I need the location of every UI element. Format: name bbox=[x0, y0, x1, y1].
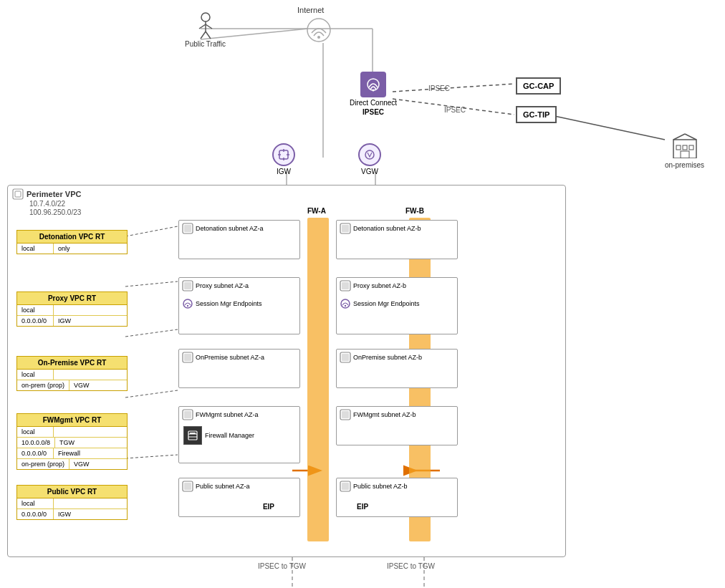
ipsec-label-2: IPSEC bbox=[444, 106, 466, 114]
svg-rect-42 bbox=[13, 189, 23, 199]
rt-fwmgmt-target-0 bbox=[53, 427, 82, 437]
public-traffic-icon: Public Traffic bbox=[185, 11, 226, 48]
subnet-proxy-a: Proxy subnet AZ-a Session Mgr Endpoints bbox=[178, 277, 300, 334]
svg-line-22 bbox=[206, 24, 212, 29]
svg-line-24 bbox=[206, 32, 211, 39]
rt-proxy-dest-0: local bbox=[17, 305, 53, 315]
vgw-icon: VGW bbox=[358, 143, 381, 175]
rt-public-target-0 bbox=[53, 498, 82, 509]
rt-detonation: Detonation VPC RT local only bbox=[16, 230, 128, 254]
svg-point-19 bbox=[201, 13, 210, 21]
rt-proxy-header: Proxy VPC RT bbox=[17, 292, 127, 305]
fwmgmt-b-label: FWMgmt subnet AZ-b bbox=[353, 411, 416, 418]
svg-point-49 bbox=[187, 305, 188, 307]
igw-label: IGW bbox=[272, 168, 295, 175]
detonation-a-label: Detonation subnet AZ-a bbox=[196, 225, 264, 232]
svg-line-23 bbox=[201, 32, 206, 39]
fw-b-label: FW-B bbox=[405, 207, 424, 215]
rt-fwmgmt-target-3: VGW bbox=[69, 459, 97, 469]
svg-line-5 bbox=[554, 116, 665, 140]
svg-rect-69 bbox=[342, 411, 349, 418]
onpremise-a-label: OnPremise subnet AZ-a bbox=[196, 354, 264, 361]
vpc-cidr1: 10.7.4.0/22 bbox=[29, 200, 65, 208]
subnet-detonation-b: Detonation subnet AZ-b bbox=[336, 220, 458, 259]
public-traffic-label: Public Traffic bbox=[185, 40, 226, 48]
svg-point-28 bbox=[373, 90, 375, 92]
gc-cap-box: GC-CAP bbox=[516, 77, 561, 95]
rt-detonation-dest-0: local bbox=[17, 244, 53, 254]
fw-column-a bbox=[307, 218, 329, 541]
internet-label: Internet bbox=[297, 6, 324, 14]
rt-onpremise-dest-0: local bbox=[17, 370, 53, 380]
rt-public: Public VPC RT local 0.0.0.0/0 IGW bbox=[16, 485, 128, 520]
svg-rect-53 bbox=[184, 411, 191, 418]
svg-rect-32 bbox=[676, 145, 681, 150]
detonation-b-label: Detonation subnet AZ-b bbox=[353, 225, 421, 232]
rt-fwmgmt-target-1: TGW bbox=[54, 438, 83, 448]
direct-connect-label: Direct Connect bbox=[350, 99, 397, 107]
eip-a-label: EIP bbox=[263, 503, 274, 511]
svg-rect-71 bbox=[342, 483, 349, 490]
rt-detonation-header: Detonation VPC RT bbox=[17, 231, 127, 244]
svg-rect-35 bbox=[681, 151, 689, 158]
subnet-fwmgmt-b: FWMgmt subnet AZ-b bbox=[336, 406, 458, 445]
svg-rect-34 bbox=[689, 145, 693, 150]
on-premises-label: on-premises bbox=[665, 161, 704, 169]
rt-onpremise-dest-1: on-prem (prop) bbox=[17, 380, 69, 390]
igw-icon: IGW bbox=[272, 143, 295, 175]
rt-onpremise-header: On-Premise VPC RT bbox=[17, 357, 127, 370]
public-a-label: Public subnet AZ-a bbox=[196, 483, 250, 490]
proxy-b-label: Proxy subnet AZ-b bbox=[353, 282, 406, 289]
fw-a-label: FW-A bbox=[307, 207, 326, 215]
svg-line-3 bbox=[393, 84, 514, 92]
vpc-cidr2: 100.96.250.0/23 bbox=[29, 208, 81, 216]
svg-rect-33 bbox=[683, 145, 687, 150]
subnet-detonation-a: Detonation subnet AZ-a bbox=[178, 220, 300, 259]
rt-detonation-target-0: only bbox=[53, 244, 82, 254]
rt-onpremise-target-1: VGW bbox=[69, 380, 97, 390]
session-mgr-a-label: Session Mgr Endpoints bbox=[196, 300, 262, 307]
ipsec-label-1: IPSEC bbox=[428, 85, 450, 92]
vgw-label: VGW bbox=[358, 168, 381, 175]
session-mgr-b-label: Session Mgr Endpoints bbox=[353, 300, 420, 307]
svg-line-31 bbox=[685, 134, 696, 140]
public-b-label: Public subnet AZ-b bbox=[353, 483, 408, 490]
rt-onpremise: On-Premise VPC RT local on-prem (prop) V… bbox=[16, 356, 128, 391]
rt-onpremise-target-0 bbox=[53, 370, 82, 380]
diagram-container: Public Traffic Internet Direct Connect I… bbox=[0, 0, 725, 588]
subnet-onpremise-a: OnPremise subnet AZ-a bbox=[178, 349, 300, 388]
rt-fwmgmt-dest-3: on-prem (prop) bbox=[17, 459, 69, 469]
rt-public-header: Public VPC RT bbox=[17, 486, 127, 498]
on-premises-icon: on-premises bbox=[665, 132, 704, 169]
rt-fwmgmt-dest-2: 0.0.0.0/0 bbox=[17, 448, 53, 458]
svg-point-65 bbox=[345, 305, 346, 307]
subnet-proxy-b: Proxy subnet AZ-b Session Mgr Endpoints bbox=[336, 277, 458, 334]
internet-icon bbox=[306, 17, 332, 44]
rt-proxy-dest-1: 0.0.0.0/0 bbox=[17, 316, 53, 326]
eip-b-label: EIP bbox=[357, 503, 368, 511]
svg-rect-47 bbox=[184, 282, 191, 289]
rt-fwmgmt-target-2: Firewall bbox=[53, 448, 85, 458]
gc-tip-box: GC-TIP bbox=[516, 106, 557, 123]
svg-rect-59 bbox=[184, 483, 191, 490]
rt-proxy: Proxy VPC RT local 0.0.0.0/0 IGW bbox=[16, 291, 128, 327]
svg-rect-51 bbox=[184, 354, 191, 361]
svg-rect-43 bbox=[15, 191, 21, 197]
rt-fwmgmt-dest-1: 10.0.0.0/8 bbox=[17, 438, 54, 448]
svg-point-64 bbox=[341, 299, 350, 308]
firewall-manager-label: Firewall Manager bbox=[205, 432, 254, 440]
svg-point-26 bbox=[317, 36, 320, 39]
svg-rect-67 bbox=[342, 354, 349, 361]
subnet-fwmgmt-a: FWMgmt subnet AZ-a Firewall Manager bbox=[178, 406, 300, 463]
vpc-name: Perimeter VPC bbox=[27, 190, 81, 198]
svg-line-21 bbox=[199, 24, 206, 29]
direct-connect-icon: Direct Connect IPSEC bbox=[350, 72, 397, 116]
rt-public-dest-1: 0.0.0.0/0 bbox=[17, 509, 53, 519]
svg-rect-45 bbox=[184, 225, 191, 232]
fwmgmt-a-label: FWMgmt subnet AZ-a bbox=[196, 411, 259, 418]
rt-fwmgmt-header: FWMgmt VPC RT bbox=[17, 414, 127, 427]
svg-point-48 bbox=[183, 299, 192, 308]
svg-rect-29 bbox=[673, 140, 696, 158]
rt-proxy-target-1: IGW bbox=[53, 316, 82, 326]
ipsec-tgw-b-label: IPSEC to TGW bbox=[387, 562, 435, 570]
